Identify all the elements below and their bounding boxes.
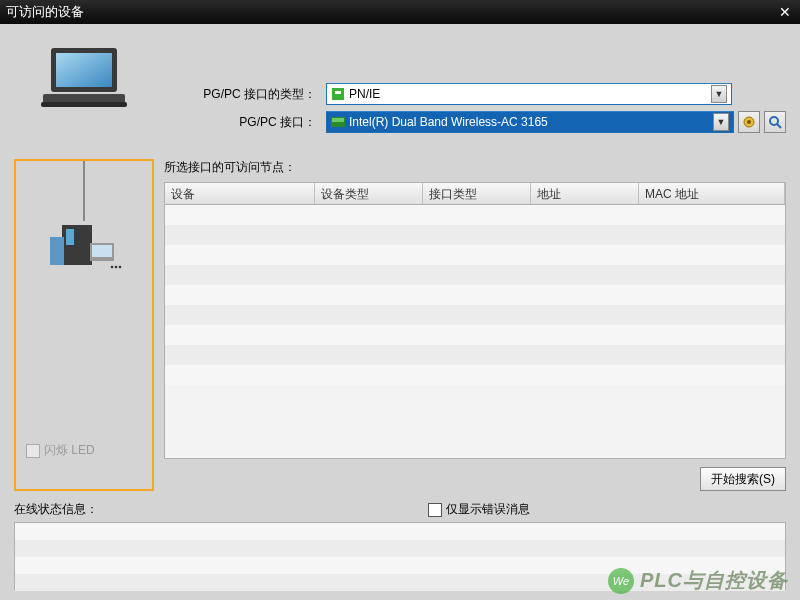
col-mac-address[interactable]: MAC 地址 xyxy=(639,183,785,204)
error-only-label: 仅显示错误消息 xyxy=(446,501,530,518)
table-header: 设备 设备类型 接口类型 地址 MAC 地址 xyxy=(165,183,785,205)
checkbox-icon xyxy=(428,503,442,517)
col-device-type[interactable]: 设备类型 xyxy=(315,183,423,204)
interface-type-value: PN/IE xyxy=(349,87,711,101)
chevron-down-icon[interactable]: ▼ xyxy=(711,85,727,103)
laptop-icon xyxy=(39,46,129,119)
interface-value: Intel(R) Dual Band Wireless-AC 3165 xyxy=(349,115,713,129)
col-address[interactable]: 地址 xyxy=(531,183,639,204)
wechat-icon: We xyxy=(608,568,634,594)
configure-icon-button[interactable] xyxy=(738,111,760,133)
svg-point-10 xyxy=(747,120,751,124)
svg-rect-15 xyxy=(50,237,64,265)
svg-rect-8 xyxy=(332,118,344,122)
interface-select[interactable]: Intel(R) Dual Band Wireless-AC 3165 ▼ xyxy=(326,111,734,133)
flash-led-checkbox: 闪烁 LED xyxy=(26,442,95,459)
table-row xyxy=(165,325,785,345)
start-search-button[interactable]: 开始搜索(S) xyxy=(700,467,786,491)
search-icon-button[interactable] xyxy=(764,111,786,133)
table-row xyxy=(165,225,785,245)
close-icon[interactable]: ✕ xyxy=(776,3,794,21)
table-row xyxy=(165,345,785,365)
nodes-label: 所选接口的可访问节点： xyxy=(164,159,786,176)
flash-led-label: 闪烁 LED xyxy=(44,442,95,459)
table-row xyxy=(165,245,785,265)
svg-rect-4 xyxy=(41,102,127,107)
table-row xyxy=(165,365,785,385)
devices-table: 设备 设备类型 接口类型 地址 MAC 地址 xyxy=(164,182,786,459)
svg-point-11 xyxy=(770,117,778,125)
network-adapter-icon xyxy=(331,117,345,127)
col-interface-type[interactable]: 接口类型 xyxy=(423,183,531,204)
interface-type-label: PG/PC 接口的类型： xyxy=(166,86,316,103)
svg-point-19 xyxy=(115,266,118,269)
titlebar: 可访问的设备 ✕ xyxy=(0,0,800,24)
chevron-down-icon[interactable]: ▼ xyxy=(713,113,729,131)
status-label: 在线状态信息： xyxy=(14,501,98,518)
table-row xyxy=(165,265,785,285)
svg-point-18 xyxy=(111,266,114,269)
watermark-text: PLC与自控设备 xyxy=(640,567,788,594)
interface-type-select[interactable]: PN/IE ▼ xyxy=(326,83,732,105)
svg-rect-17 xyxy=(92,245,112,257)
svg-rect-6 xyxy=(335,91,341,94)
svg-rect-14 xyxy=(66,229,74,245)
table-body xyxy=(165,205,785,458)
plc-device-icon xyxy=(44,221,124,274)
interface-label: PG/PC 接口： xyxy=(166,114,316,131)
col-device[interactable]: 设备 xyxy=(165,183,315,204)
svg-line-12 xyxy=(777,124,781,128)
checkbox-icon xyxy=(26,444,40,458)
svg-rect-2 xyxy=(56,53,112,87)
table-row xyxy=(165,285,785,305)
window-title: 可访问的设备 xyxy=(6,3,776,21)
table-row xyxy=(165,205,785,225)
error-only-checkbox[interactable]: 仅显示错误消息 xyxy=(428,501,530,518)
svg-point-20 xyxy=(119,266,122,269)
device-panel: 闪烁 LED xyxy=(14,159,154,491)
watermark: We PLC与自控设备 xyxy=(608,567,788,594)
table-row xyxy=(165,305,785,325)
pnie-icon xyxy=(331,88,345,100)
